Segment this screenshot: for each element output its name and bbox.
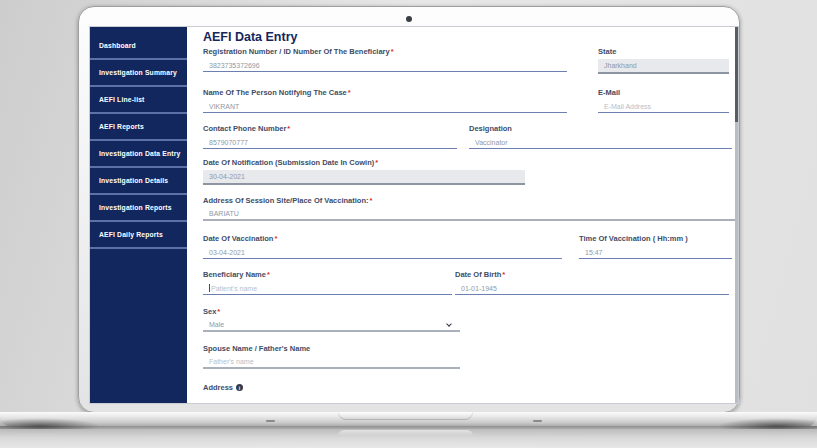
spouse-name-field: Spouse Name / Father's Name Father's nam…: [203, 344, 460, 369]
notifier-name-label: Name Of The Person Notifying The Case*: [203, 88, 567, 97]
session-address-label: Address Of Session Site/Place Of Vaccina…: [203, 196, 737, 205]
notification-date-input: 30-04-2021: [203, 170, 525, 185]
spouse-name-input[interactable]: Father's name: [203, 356, 460, 369]
state-input: Jharkhand: [598, 59, 729, 74]
sex-select[interactable]: Male: [203, 319, 460, 332]
laptop-foot-left: [266, 420, 275, 422]
vaccination-time-label: Time Of Vaccination ( Hh:mm ): [579, 234, 732, 243]
session-address-field: Address Of Session Site/Place Of Vaccina…: [203, 196, 737, 221]
address-section: Address i: [203, 383, 243, 395]
vaccination-date-label: Date Of Vaccination*: [203, 234, 562, 243]
info-icon[interactable]: i: [236, 384, 243, 391]
sidebar-item-investigation-data-entry[interactable]: Investigation Data Entry: [90, 141, 187, 168]
sidebar-item-aefi-reports[interactable]: AEFI Reports: [90, 114, 187, 141]
sidebar-item-investigation-details[interactable]: Investigation Details: [90, 168, 187, 195]
vaccination-time-input[interactable]: 15:47: [579, 246, 732, 259]
sidebar-item-investigation-summary[interactable]: Investigation Summary: [90, 60, 187, 87]
state-label: State: [598, 47, 729, 56]
email-label: E-Mail: [598, 88, 729, 97]
scrollbar[interactable]: [735, 27, 738, 403]
phone-field: Contact Phone Number* 8579070777: [203, 124, 457, 149]
laptop-reflection-notch: [338, 430, 473, 436]
phone-label: Contact Phone Number*: [203, 124, 457, 133]
session-address-input[interactable]: BARIATU: [203, 208, 737, 221]
page-title: AEFI Data Entry: [203, 30, 297, 44]
vaccination-time-field: Time Of Vaccination ( Hh:mm ) 15:47: [579, 234, 732, 259]
email-input[interactable]: E-Mail Address: [598, 100, 729, 113]
notifier-name-input[interactable]: VIKRANT: [203, 100, 567, 113]
sex-label: Sex*: [203, 307, 460, 316]
laptop-lid-notch: [338, 412, 473, 420]
notification-date-field: Date Of Notification (Submission Date In…: [203, 158, 525, 185]
webcam-dot: [406, 16, 412, 22]
designation-input[interactable]: Vaccinator: [469, 136, 732, 149]
registration-number-field: Registration Number / ID Number Of The B…: [203, 47, 567, 72]
laptop-foot-right: [533, 420, 542, 422]
dob-label: Date Of Birth*: [455, 270, 729, 279]
dob-input[interactable]: 01-01-1945: [455, 282, 729, 295]
address-label: Address i: [203, 383, 243, 392]
vaccination-date-field: Date Of Vaccination* 03-04-2021: [203, 234, 562, 259]
scrollbar-thumb[interactable]: [735, 27, 738, 122]
designation-label: Designation: [469, 124, 732, 133]
notifier-name-field: Name Of The Person Notifying The Case* V…: [203, 88, 567, 113]
email-field: E-Mail E-Mail Address: [598, 88, 729, 113]
laptop-bezel: Dashboard Investigation Summary AEFI Lin…: [78, 6, 740, 413]
notification-date-label: Date Of Notification (Submission Date In…: [203, 158, 525, 167]
beneficiary-name-input[interactable]: Patient's name: [203, 282, 452, 295]
main-content: AEFI Data Entry Registration Number / ID…: [187, 27, 738, 403]
registration-number-label: Registration Number / ID Number Of The B…: [203, 47, 567, 56]
beneficiary-name-label: Beneficiary Name*: [203, 270, 452, 279]
sidebar-item-investigation-reports[interactable]: Investigation Reports: [90, 195, 187, 222]
chevron-down-icon: [446, 321, 452, 327]
sidebar-item-aefi-line-list[interactable]: AEFI Line-list: [90, 87, 187, 114]
dob-field: Date Of Birth* 01-01-1945: [455, 270, 729, 295]
state-field: State Jharkhand: [598, 47, 729, 74]
registration-number-input[interactable]: 3823735372696: [203, 59, 567, 72]
designation-field: Designation Vaccinator: [469, 124, 732, 149]
sex-field: Sex* Male: [203, 307, 460, 332]
app-window: Dashboard Investigation Summary AEFI Lin…: [89, 26, 739, 404]
text-caret: [209, 284, 210, 292]
phone-input[interactable]: 8579070777: [203, 136, 457, 149]
sidebar-item-dashboard[interactable]: Dashboard: [90, 33, 187, 60]
sidebar-item-aefi-daily-reports[interactable]: AEFI Daily Reports: [90, 222, 187, 249]
beneficiary-name-field: Beneficiary Name* Patient's name: [203, 270, 452, 295]
vaccination-date-input[interactable]: 03-04-2021: [203, 246, 562, 259]
sidebar: Dashboard Investigation Summary AEFI Lin…: [90, 27, 187, 403]
spouse-name-label: Spouse Name / Father's Name: [203, 344, 460, 353]
